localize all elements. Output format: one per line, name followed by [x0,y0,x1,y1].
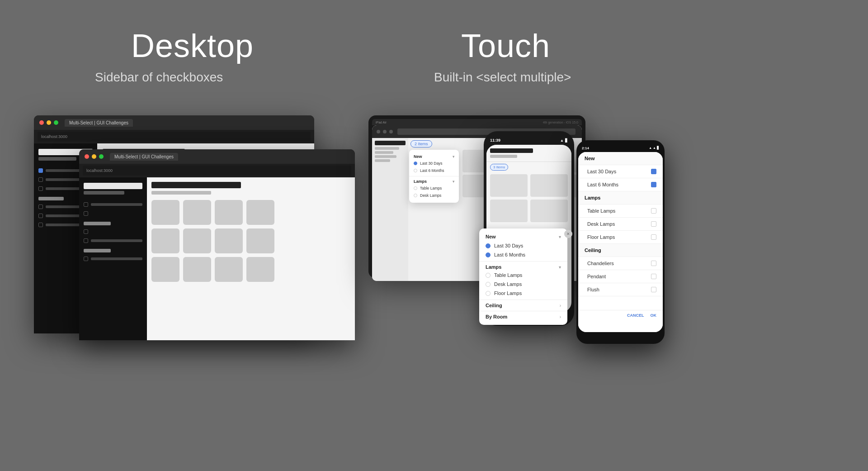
inner-grid-row-1 [151,200,350,225]
android-floorlamps-cb[interactable] [651,234,656,240]
sidebar-cb-2[interactable] [38,177,43,182]
android-chandeliers-item[interactable]: Chandeliers [578,257,663,270]
browser-dot-red [39,120,44,125]
inner-grid-5 [151,228,179,253]
android-battery-icon: ▊ [657,146,659,150]
ios-floorlamps-item[interactable]: Floor Lamps [479,289,567,298]
ios-chevron-new: ▾ [559,234,561,239]
dropdown-last30-radio [414,162,417,165]
dropdown-tablelamps-item[interactable]: Table Lamps [409,185,459,192]
inner-cb-1[interactable] [84,202,88,207]
iphone-g-1 [490,174,528,197]
ios-last6-label: Last 6 Months [494,252,525,257]
inner-cb-5[interactable] [84,257,88,261]
battery-icon: ▊ [565,138,568,143]
ios-close-button[interactable]: ✕ [564,230,572,238]
android-lamps-header: Lamps [578,191,663,205]
ipad-dot-2 [383,130,387,133]
inner-sidebar [79,177,147,313]
browser-address-outer: localhost:3000 [38,132,311,142]
inner-cb-4[interactable] [84,238,88,243]
dropdown-desklamps-label: Desk Lamps [420,193,441,198]
touch-subtitle: Built-in <select multiple> [434,70,571,85]
ipad-sb-l2 [375,151,393,154]
android-desklamps-cb[interactable] [651,221,656,227]
dropdown-last30-item[interactable]: Last 30 Days [409,160,459,167]
inner-label-5 [91,257,142,260]
ios-floorlamps-radio [486,291,491,296]
android-lamps-label: Lamps [585,195,600,200]
inner-dot-green [99,154,104,159]
ios-byroom-label: By Room [486,314,507,319]
inner-cb-3[interactable] [84,229,88,234]
iphone-h1 [490,148,533,153]
inner-grid-row-2 [151,228,350,253]
inner-grid-9 [151,257,179,282]
browser-tab-inner: Multi-Select | GUI Challenges [110,153,178,161]
ios-floorlamps-label: Floor Lamps [494,290,522,296]
android-ceiling-header: Ceiling [578,244,663,257]
dropdown-divider-1 [409,176,459,176]
items-badge-ipad[interactable]: 2 Items [410,140,432,147]
android-last6-cb[interactable] [651,182,656,187]
android-chandeliers-cb[interactable] [651,261,656,266]
inner-sidebar-item-5[interactable] [79,254,147,263]
iphone-grid [486,172,571,224]
dropdown-last6-label: Last 6 Months [420,168,444,173]
ios-ceiling-label: Ceiling [486,303,502,308]
ios-last6-item[interactable]: Last 6 Months [479,250,567,259]
sidebar-cb-1[interactable] [38,168,43,173]
ipad-label: iPad Air [376,121,387,124]
android-desklamps-item[interactable]: Desk Lamps [578,218,663,231]
android-last6-item[interactable]: Last 6 Months [578,178,663,191]
inner-grid-row-3 [151,257,350,282]
inner-dot-red [85,154,89,159]
android-ok-btn[interactable]: OK [651,313,657,318]
inner-grid-2 [183,200,211,225]
inner-sidebar-item-3[interactable] [79,227,147,236]
android-floorlamps-item[interactable]: Floor Lamps [578,231,663,244]
ios-desklamps-item[interactable]: Desk Lamps [479,280,567,289]
android-tablelamps-cb[interactable] [651,208,656,214]
dropdown-last6-item[interactable]: Last 6 Months [409,167,459,174]
ios-desklamps-label: Desk Lamps [494,281,522,287]
sidebar-cb-5[interactable] [38,214,43,218]
ipad-sidebar [372,138,408,281]
inner-sidebar-item-1[interactable] [79,200,147,209]
android-flush-cb[interactable] [651,287,656,292]
ios-tablelamps-item[interactable]: Table Lamps [479,271,567,280]
ios-last30-label: Last 30 Days [494,243,523,248]
ipad-dot-3 [389,130,393,133]
android-tablelamps-label: Table Lamps [587,208,615,214]
android-last30-item[interactable]: Last 30 Days [578,165,663,178]
android-last30-cb[interactable] [651,169,656,174]
inner-grid-8 [246,228,274,253]
android-flush-item[interactable]: Flush [578,283,663,296]
inner-grid-1 [151,200,179,225]
inner-sidebar-item-2[interactable] [79,209,147,218]
android-pendant-label: Pendant [587,274,606,279]
ios-last30-item[interactable]: Last 30 Days [479,241,567,250]
sidebar-cb-6[interactable] [38,223,43,227]
android-cancel-btn[interactable]: CANCEL [627,313,644,318]
ios-divider-1 [479,261,567,262]
items-badge-iphone[interactable]: 3 Items [490,164,508,171]
ios-tablelamps-radio [486,273,491,278]
inner-grid-10 [183,257,211,282]
android-pendant-item[interactable]: Pendant [578,270,663,283]
inner-cb-2[interactable] [84,211,88,216]
android-floorlamps-label: Floor Lamps [587,234,615,240]
ios-tablelamps-label: Table Lamps [494,272,522,278]
dropdown-desklamps-item[interactable]: Desk Lamps [409,192,459,199]
inner-sidebar-item-4[interactable] [79,236,147,245]
android-tablelamps-item[interactable]: Table Lamps [578,205,663,218]
ipad-dot-1 [377,130,380,133]
sidebar-cb-4[interactable] [38,205,43,209]
browser-content-inner [79,177,355,340]
sidebar-cb-3[interactable] [38,186,43,191]
android-status-bar: 2:14 ▲ ▲ ▊ [578,144,663,152]
browser-toolbar-inner: Multi-Select | GUI Challenges [79,149,355,164]
android-pendant-cb[interactable] [651,274,656,279]
dropdown-last6-radio [414,169,417,172]
android-last30-label: Last 30 Days [587,169,616,174]
